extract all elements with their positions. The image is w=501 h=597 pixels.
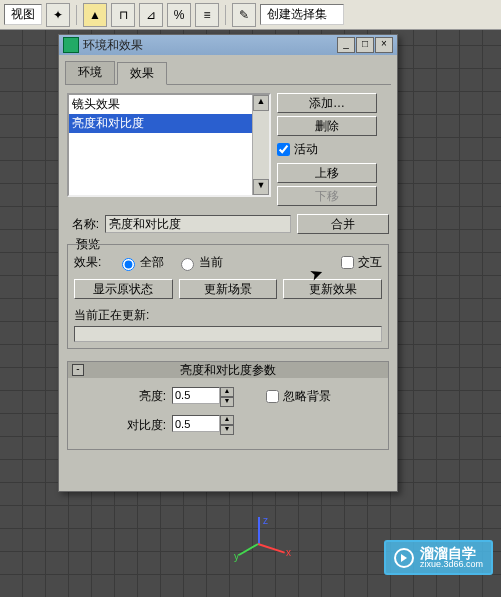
maximize-button[interactable]: □ — [356, 37, 374, 53]
tab-effects[interactable]: 效果 — [117, 62, 167, 85]
contrast-label: 对比度: — [76, 417, 166, 434]
dialog-titlebar[interactable]: 环境和效果 _ □ × — [59, 35, 397, 55]
delete-button[interactable]: 删除 — [277, 116, 377, 136]
axis-gizmo[interactable]: z x y — [240, 517, 280, 557]
percent-snap-icon[interactable]: % — [167, 3, 191, 27]
interactive-checkbox[interactable]: 交互 — [341, 252, 382, 273]
updating-label: 当前正在更新: — [74, 308, 149, 322]
update-progress — [74, 326, 382, 342]
named-selection-dropdown[interactable]: 创建选择集 — [260, 4, 344, 25]
toolbar-arrow-up-icon[interactable]: ▲ — [83, 3, 107, 27]
ignore-bg-checkbox[interactable]: 忽略背景 — [266, 386, 331, 407]
merge-button[interactable]: 合并 — [297, 214, 389, 234]
list-item[interactable]: 镜头效果 — [69, 95, 269, 114]
update-scene-button[interactable]: 更新场景 — [179, 279, 278, 299]
active-checkbox-input[interactable] — [277, 143, 290, 156]
name-input[interactable] — [105, 215, 291, 233]
brightness-label: 亮度: — [76, 388, 166, 405]
dialog-title: 环境和效果 — [83, 37, 337, 54]
name-label: 名称: — [67, 216, 99, 233]
watermark-url: zixue.3d66.com — [420, 560, 483, 569]
radio-all[interactable]: 全部 — [117, 254, 164, 271]
edit-named-sel-icon[interactable]: ✎ — [232, 3, 256, 27]
contrast-spin-up[interactable]: ▲ — [220, 415, 234, 425]
list-item[interactable]: 亮度和对比度 — [69, 114, 269, 133]
spinner-snap-icon[interactable]: ≡ — [195, 3, 219, 27]
watermark-title: 溜溜自学 — [420, 546, 483, 560]
brightness-spin-up[interactable]: ▲ — [220, 387, 234, 397]
show-original-button[interactable]: 显示原状态 — [74, 279, 173, 299]
move-up-button[interactable]: 上移 — [277, 163, 377, 183]
radio-current[interactable]: 当前 — [176, 254, 223, 271]
minimize-button[interactable]: _ — [337, 37, 355, 53]
add-button[interactable]: 添加… — [277, 93, 377, 113]
active-checkbox-label: 活动 — [294, 141, 318, 158]
toolbar-restrict-icon[interactable]: ✦ — [46, 3, 70, 27]
effect-radio-label: 效果: — [74, 254, 101, 271]
params-header[interactable]: - 亮度和对比度参数 — [68, 362, 388, 378]
angle-snap-icon[interactable]: ⊿ — [139, 3, 163, 27]
brightness-spin-down[interactable]: ▼ — [220, 397, 234, 407]
active-checkbox[interactable]: 活动 — [277, 139, 377, 160]
move-down-button: 下移 — [277, 186, 377, 206]
dialog-tabs: 环境 效果 — [65, 61, 391, 85]
watermark: 溜溜自学 zixue.3d66.com — [384, 540, 493, 575]
view-dropdown[interactable]: 视图 — [4, 4, 42, 25]
play-icon — [394, 548, 414, 568]
brightness-input[interactable] — [172, 387, 220, 404]
dialog-app-icon — [63, 37, 79, 53]
update-effect-button[interactable]: 更新效果 — [283, 279, 382, 299]
listbox-scrollbar[interactable]: ▲▼ — [252, 95, 269, 195]
contrast-input[interactable] — [172, 415, 220, 432]
contrast-spin-down[interactable]: ▼ — [220, 425, 234, 435]
preview-group: 效果: 全部 当前 交互 显示原状态 更新场景 更新效果 — [67, 244, 389, 349]
tab-environment[interactable]: 环境 — [65, 61, 115, 84]
close-button[interactable]: × — [375, 37, 393, 53]
effects-listbox[interactable]: 镜头效果 亮度和对比度 ▲▼ — [67, 93, 271, 197]
collapse-icon[interactable]: - — [72, 364, 84, 376]
environment-effects-dialog: 环境和效果 _ □ × 环境 效果 镜头效果 亮度和对比度 ▲▼ 添加… 删除 … — [58, 34, 398, 492]
app-toolbar: 视图 ✦ ▲ ⊓ ⊿ % ≡ ✎ 创建选择集 — [0, 0, 501, 30]
brightness-contrast-params: - 亮度和对比度参数 亮度: ▲▼ 忽略背景 对比度: ▲▼ — [67, 361, 389, 450]
snap-icon[interactable]: ⊓ — [111, 3, 135, 27]
